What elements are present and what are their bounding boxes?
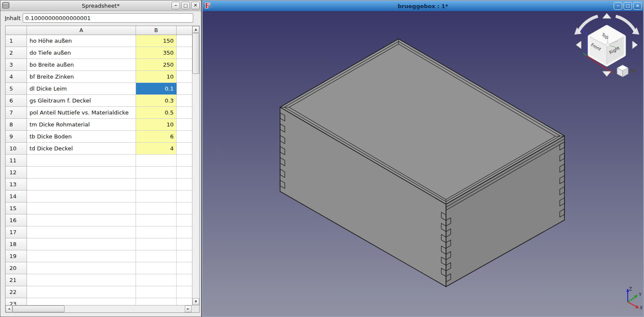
maximize-button[interactable]: □ [623, 2, 632, 10]
spreadsheet-titlebar[interactable]: Spreadsheet* – □ ✕ [0, 0, 201, 11]
row-header-11[interactable]: 11 [6, 155, 27, 167]
3d-viewport[interactable]: Top Front Right Z X [203, 11, 643, 316]
row-header-8[interactable]: 8 [6, 119, 27, 131]
cell-B13[interactable] [136, 179, 177, 191]
cell-A20[interactable] [27, 262, 136, 274]
cell-B10[interactable]: 4 [136, 143, 177, 155]
cell-stub-5[interactable] [177, 83, 192, 95]
cell-B2[interactable]: 350 [136, 47, 177, 59]
row-header-21[interactable]: 21 [6, 274, 27, 286]
cell-A16[interactable] [27, 214, 136, 226]
cell-B14[interactable] [136, 191, 177, 203]
column-header-stub[interactable] [177, 26, 192, 35]
cell-A5[interactable]: dl Dicke Leim [27, 83, 136, 95]
cell-stub-22[interactable] [177, 286, 192, 298]
vertical-scroll-thumb[interactable] [192, 33, 199, 74]
cell-B8[interactable]: 10 [136, 119, 177, 131]
row-header-16[interactable]: 16 [6, 214, 27, 226]
cell-stub-13[interactable] [177, 179, 192, 191]
cell-B7[interactable]: 0.5 [136, 107, 177, 119]
cell-B1[interactable]: 150 [136, 35, 177, 47]
cell-B3[interactable]: 250 [136, 59, 177, 71]
horizontal-scrollbar[interactable]: ◄ ► [6, 305, 199, 312]
cell-B21[interactable] [136, 274, 177, 286]
row-header-15[interactable]: 15 [6, 203, 27, 214]
cell-A11[interactable] [27, 155, 136, 167]
cell-B4[interactable]: 10 [136, 71, 177, 83]
cell-stub-16[interactable] [177, 214, 192, 226]
cell-A3[interactable]: bo Breite außen [27, 59, 136, 71]
row-header-9[interactable]: 9 [6, 131, 27, 143]
cell-stub-8[interactable] [177, 119, 192, 131]
cell-A1[interactable]: ho Höhe außen [27, 35, 136, 47]
column-header-b[interactable]: B [136, 26, 177, 35]
cell-stub-3[interactable] [177, 59, 192, 71]
row-header-18[interactable]: 18 [6, 238, 27, 250]
cell-B17[interactable] [136, 226, 177, 238]
horizontal-scroll-thumb[interactable] [12, 305, 65, 312]
cell-stub-19[interactable] [177, 250, 192, 262]
cell-stub-11[interactable] [177, 155, 192, 167]
cell-B5[interactable]: 0.1 [136, 83, 177, 95]
row-header-23[interactable]: 23 [6, 298, 27, 305]
cell-stub-20[interactable] [177, 262, 192, 274]
cell-stub-10[interactable] [177, 143, 192, 155]
cell-B23[interactable] [136, 298, 177, 305]
minimize-button[interactable]: – [171, 2, 180, 9]
row-header-2[interactable]: 2 [6, 47, 27, 59]
cell-stub-1[interactable] [177, 35, 192, 47]
close-button[interactable]: ✕ [191, 2, 200, 9]
cell-B20[interactable] [136, 262, 177, 274]
cell-A13[interactable] [27, 179, 136, 191]
cell-stub-6[interactable] [177, 95, 192, 107]
content-input[interactable] [23, 13, 193, 23]
cell-stub-23[interactable] [177, 298, 192, 305]
cell-B6[interactable]: 0.3 [136, 95, 177, 107]
row-header-19[interactable]: 19 [6, 250, 27, 262]
cell-stub-18[interactable] [177, 238, 192, 250]
cell-A18[interactable] [27, 238, 136, 250]
cell-stub-14[interactable] [177, 191, 192, 203]
cell-B22[interactable] [136, 286, 177, 298]
cell-stub-12[interactable] [177, 167, 192, 179]
cell-A22[interactable] [27, 286, 136, 298]
scroll-up-icon[interactable]: ▲ [192, 26, 199, 33]
cell-B9[interactable]: 6 [136, 131, 177, 143]
cell-stub-17[interactable] [177, 226, 192, 238]
cell-A15[interactable] [27, 203, 136, 214]
vertical-scrollbar[interactable]: ▲ ▼ [192, 26, 199, 305]
row-header-17[interactable]: 17 [6, 226, 27, 238]
cell-B12[interactable] [136, 167, 177, 179]
column-header-a[interactable]: A [27, 26, 136, 35]
row-header-3[interactable]: 3 [6, 59, 27, 71]
cell-stub-7[interactable] [177, 107, 192, 119]
row-header-14[interactable]: 14 [6, 191, 27, 203]
cell-A23[interactable] [27, 298, 136, 305]
row-header-20[interactable]: 20 [6, 262, 27, 274]
row-header-22[interactable]: 22 [6, 286, 27, 298]
row-header-4[interactable]: 4 [6, 71, 27, 83]
cell-A21[interactable] [27, 274, 136, 286]
cell-B19[interactable] [136, 250, 177, 262]
cell-B11[interactable] [136, 155, 177, 167]
cell-stub-4[interactable] [177, 71, 192, 83]
cell-A2[interactable]: do Tiefe außen [27, 47, 136, 59]
cell-stub-21[interactable] [177, 274, 192, 286]
cell-A10[interactable]: td Dicke Deckel [27, 143, 136, 155]
grid-corner[interactable] [6, 26, 27, 35]
row-header-12[interactable]: 12 [6, 167, 27, 179]
cell-A7[interactable]: pol Anteil Nuttiefe vs. Materialdicke [27, 107, 136, 119]
cell-stub-15[interactable] [177, 203, 192, 214]
navigation-cube[interactable]: Top Front Right [590, 27, 624, 65]
minimize-button[interactable]: – [614, 2, 622, 10]
cell-stub-9[interactable] [177, 131, 192, 143]
maximize-button[interactable]: □ [181, 2, 190, 9]
row-header-7[interactable]: 7 [6, 107, 27, 119]
cell-stub-2[interactable] [177, 47, 192, 59]
scroll-left-icon[interactable]: ◄ [6, 305, 12, 312]
cell-B15[interactable] [136, 203, 177, 214]
cell-A12[interactable] [27, 167, 136, 179]
viewer-titlebar[interactable]: F ⚙ brueggebox : 1* – □ ✕ [203, 1, 643, 12]
cell-A4[interactable]: bf Breite Zinken [27, 71, 136, 83]
cell-A17[interactable] [27, 226, 136, 238]
